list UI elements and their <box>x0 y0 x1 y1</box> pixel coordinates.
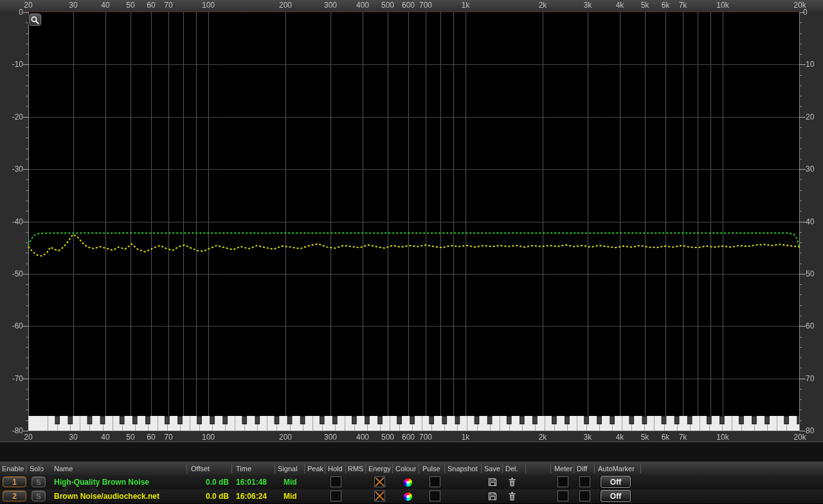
column-separator <box>481 464 482 473</box>
spectrum-row: 1 S High-Quality Brown Noise 0.0 dB 16:0… <box>0 475 823 490</box>
spectra-table-header: EnableSoloNameOffsetTimeSignalPeakHoldRM… <box>0 462 823 476</box>
column-header-snapshot: Snapshot <box>448 462 477 476</box>
pulse-checkbox[interactable] <box>430 491 440 501</box>
column-separator <box>640 464 641 473</box>
column-header-save: Save <box>484 462 500 476</box>
trash-icon <box>508 478 516 487</box>
column-header-time: Time <box>236 462 251 476</box>
offset-value: 0.0 dB <box>180 489 229 503</box>
column-separator <box>392 464 393 473</box>
save-button[interactable] <box>488 492 498 501</box>
time-value: 16:06:24 <box>236 489 267 503</box>
column-separator <box>550 464 551 473</box>
column-header-solo: Solo <box>30 462 44 476</box>
colour-wheel-icon[interactable] <box>404 492 412 501</box>
colour-wheel-icon[interactable] <box>404 478 412 487</box>
solo-button[interactable]: S <box>32 491 46 501</box>
column-separator <box>365 464 366 473</box>
delete-button[interactable] <box>508 478 518 487</box>
signal-value: Mid <box>284 475 297 489</box>
meter-checkbox[interactable] <box>557 491 568 501</box>
trash-icon <box>508 492 516 501</box>
enable-button[interactable]: 2 <box>3 491 26 501</box>
floppy-disk-icon <box>488 478 497 487</box>
column-separator <box>345 464 346 473</box>
column-header-automarker: AutoMarker <box>598 462 635 476</box>
meter-checkbox[interactable] <box>557 476 568 487</box>
column-separator <box>502 464 503 473</box>
automarker-toggle[interactable]: Off <box>601 476 631 488</box>
diff-checkbox[interactable] <box>579 476 590 487</box>
energy-checkbox[interactable] <box>374 491 385 501</box>
save-button[interactable] <box>488 478 498 487</box>
column-header-pulse: Pulse <box>422 462 440 476</box>
column-header-rms: RMS <box>348 462 363 476</box>
column-separator <box>231 464 232 473</box>
x-mark-icon <box>375 491 384 501</box>
solo-button[interactable]: S <box>32 476 46 487</box>
column-header-diff: Diff <box>577 462 587 476</box>
column-separator <box>304 464 305 473</box>
signal-value: Mid <box>284 489 297 503</box>
column-separator <box>419 464 419 473</box>
column-header-peak: Peak <box>307 462 323 476</box>
floppy-disk-icon <box>488 492 497 501</box>
column-header-energy: Energy <box>368 462 391 476</box>
column-header-enable: Enable <box>2 462 24 476</box>
zoom-tool-button[interactable] <box>29 14 41 26</box>
diff-checkbox[interactable] <box>579 491 590 501</box>
spectrum-plot-canvas[interactable] <box>0 0 823 445</box>
column-header-name: Name <box>54 462 73 476</box>
spectra-list-panel: EnableSoloNameOffsetTimeSignalPeakHoldRM… <box>0 445 823 504</box>
column-header-signal: Signal <box>278 462 298 476</box>
spectrum-name: Brown Noise/audiocheck.net <box>54 489 159 503</box>
column-separator <box>594 464 595 473</box>
magnifier-icon <box>30 15 40 25</box>
delete-button[interactable] <box>508 492 518 501</box>
pulse-checkbox[interactable] <box>430 476 440 487</box>
column-separator <box>525 464 526 473</box>
x-mark-icon <box>375 477 384 487</box>
hold-checkbox[interactable] <box>330 476 341 487</box>
spectrum-row: 2 S Brown Noise/audiocheck.net 0.0 dB 16… <box>0 489 823 504</box>
column-header-offset: Offset <box>191 462 210 476</box>
column-separator <box>275 464 275 473</box>
automarker-toggle[interactable]: Off <box>601 490 631 502</box>
enable-button[interactable]: 1 <box>3 476 26 487</box>
column-header-meter: Meter <box>554 462 572 476</box>
column-header-colour: Colour <box>395 462 416 476</box>
spectrum-analyzer-window: 2020303040405050606070701001002002003003… <box>0 0 823 504</box>
spectrum-name: High-Quality Brown Noise <box>54 475 149 489</box>
hold-checkbox[interactable] <box>330 491 341 501</box>
column-separator <box>574 464 574 473</box>
column-separator <box>41 464 41 473</box>
offset-value: 0.0 dB <box>180 475 229 489</box>
column-separator <box>444 464 445 473</box>
column-header-hold: Hold <box>328 462 343 476</box>
time-value: 16:01:48 <box>236 475 267 489</box>
column-header-del-: Del. <box>505 462 518 476</box>
column-separator <box>26 464 26 473</box>
energy-checkbox[interactable] <box>374 476 385 487</box>
column-separator <box>186 464 187 473</box>
column-separator <box>325 464 325 473</box>
